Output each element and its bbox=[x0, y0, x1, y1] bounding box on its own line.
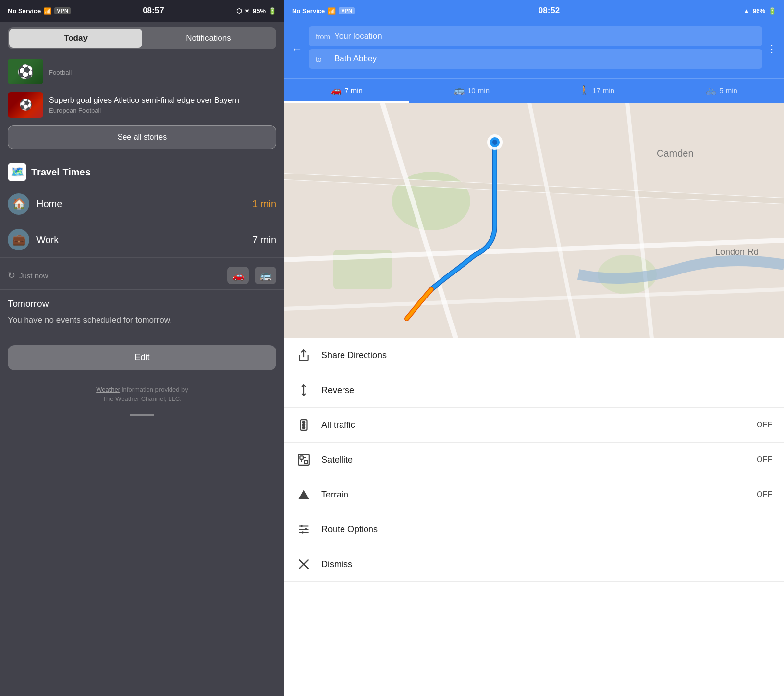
work-icon: 💼 bbox=[12, 233, 25, 246]
weather-link[interactable]: Weather bbox=[96, 386, 120, 393]
battery-left: 95% bbox=[253, 7, 266, 15]
to-label: to bbox=[316, 55, 330, 63]
tomorrow-text: You have no events scheduled for tomorro… bbox=[8, 314, 276, 326]
svg-point-20 bbox=[303, 424, 305, 426]
bike-tab-label: 5 min bbox=[719, 86, 737, 95]
news-item-atletico[interactable]: ⚽ Superb goal gives Atletico semi-final … bbox=[0, 88, 284, 122]
transport-tab-car[interactable]: 🚗 7 min bbox=[284, 79, 409, 103]
svg-point-19 bbox=[303, 421, 305, 423]
reverse-label: Reverse bbox=[321, 385, 762, 396]
svg-rect-24 bbox=[304, 460, 308, 464]
work-icon-circle: 💼 bbox=[8, 229, 29, 250]
edit-button-wrap: Edit bbox=[0, 335, 284, 380]
see-all-button[interactable]: See all stories bbox=[8, 125, 276, 149]
news-section: ⚽ Football ⚽ Superb goal gives Atletico … bbox=[0, 55, 284, 159]
transport-tab-bus[interactable]: 🚌 10 min bbox=[409, 79, 534, 103]
satellite-icon bbox=[296, 453, 312, 466]
bike-tab-icon: 🚲 bbox=[706, 85, 716, 96]
route-options-label: Route Options bbox=[321, 524, 762, 535]
satellite-label: Satellite bbox=[321, 455, 747, 465]
refresh-bar: ↻ Just now 🚗 🚌 bbox=[0, 262, 284, 290]
satellite-value: OFF bbox=[757, 455, 772, 464]
traffic-label: All traffic bbox=[321, 420, 747, 430]
route-top-row: ← from Your location to Bath Abbey ⋮ bbox=[291, 26, 777, 72]
menu-item-share[interactable]: Share Directions bbox=[284, 338, 784, 373]
battery-icon-right: 🔋 bbox=[768, 7, 776, 15]
svg-point-13 bbox=[492, 140, 497, 145]
tab-today[interactable]: Today bbox=[9, 29, 142, 48]
status-icons-right: ▲ 96% 🔋 bbox=[743, 7, 776, 15]
bus-icon-box[interactable]: 🚌 bbox=[255, 267, 276, 284]
route-from-row[interactable]: from Your location bbox=[309, 26, 762, 46]
car-icon-box[interactable]: 🚗 bbox=[227, 267, 249, 284]
refresh-icon[interactable]: ↻ bbox=[8, 270, 15, 281]
menu-item-reverse[interactable]: Reverse bbox=[284, 373, 784, 408]
more-button[interactable]: ⋮ bbox=[766, 43, 777, 55]
status-icons-left: ⬡ ✴ 95% 🔋 bbox=[236, 7, 276, 15]
travel-item-work[interactable]: 💼 Work 7 min bbox=[0, 222, 284, 258]
transport-icons: 🚗 🚌 bbox=[227, 267, 276, 284]
news-category-atletico: European Football bbox=[49, 107, 276, 114]
time-left: 08:57 bbox=[143, 6, 164, 16]
tomorrow-title: Tomorrow bbox=[8, 298, 276, 309]
travel-time-work: 7 min bbox=[252, 234, 276, 246]
status-left-info: No Service 📶 VPN bbox=[8, 7, 71, 15]
bluetooth-icon: ⬡ bbox=[236, 7, 242, 15]
map-area[interactable]: Camden London Rd bbox=[284, 103, 784, 338]
menu-item-dismiss[interactable]: Dismiss bbox=[284, 547, 784, 582]
tab-switcher: Today Notifications bbox=[8, 27, 276, 49]
transport-tabs: 🚗 7 min 🚌 10 min 🚶 17 min 🚲 5 min bbox=[284, 78, 784, 103]
svg-text:Camden: Camden bbox=[657, 148, 694, 159]
svg-point-21 bbox=[303, 426, 305, 428]
tab-notifications[interactable]: Notifications bbox=[142, 29, 275, 48]
home-icon: 🏠 bbox=[12, 198, 25, 210]
menu-item-terrain[interactable]: Terrain OFF bbox=[284, 477, 784, 512]
traffic-value: OFF bbox=[757, 421, 772, 429]
transport-tab-walk[interactable]: 🚶 17 min bbox=[534, 79, 659, 103]
svg-point-32 bbox=[305, 528, 307, 530]
travel-item-home[interactable]: 🏠 Home 1 min bbox=[0, 186, 284, 222]
tomorrow-section: Tomorrow You have no events scheduled fo… bbox=[0, 290, 284, 335]
travel-title: Travel Times bbox=[31, 167, 91, 178]
footer-text-2: information provided by bbox=[122, 386, 188, 393]
bottom-handle bbox=[0, 409, 284, 421]
menu-item-satellite[interactable]: Satellite OFF bbox=[284, 443, 784, 477]
refresh-text: Just now bbox=[19, 272, 223, 280]
travel-time-home: 1 min bbox=[252, 199, 276, 210]
to-value: Bath Abbey bbox=[334, 54, 756, 64]
vpn-badge-right: VPN bbox=[339, 7, 355, 14]
news-headline-atletico: Superb goal gives Atletico semi-final ed… bbox=[49, 96, 276, 106]
status-bar-left: No Service 📶 VPN 08:57 ⬡ ✴ 95% 🔋 bbox=[0, 0, 284, 22]
reverse-icon bbox=[296, 384, 312, 397]
terrain-icon bbox=[296, 488, 312, 501]
bus-tab-icon: 🚌 bbox=[454, 85, 465, 96]
terrain-label: Terrain bbox=[321, 490, 747, 500]
news-item-football[interactable]: ⚽ Football bbox=[0, 55, 284, 88]
handle-bar bbox=[130, 414, 154, 416]
footer-text: Weather information provided by The Weat… bbox=[0, 380, 284, 409]
route-to-row[interactable]: to Bath Abbey bbox=[309, 49, 762, 69]
news-thumb-football: ⚽ bbox=[8, 59, 43, 84]
news-thumb-atletico: ⚽ bbox=[8, 92, 43, 118]
car-tab-icon: 🚗 bbox=[331, 85, 342, 96]
car-tab-label: 7 min bbox=[344, 86, 363, 95]
bluetooth-label: ✴ bbox=[245, 7, 250, 15]
svg-text:London Rd: London Rd bbox=[715, 247, 759, 257]
location-icon-right: ▲ bbox=[743, 7, 750, 15]
edit-button[interactable]: Edit bbox=[8, 345, 276, 370]
menu-item-traffic[interactable]: All traffic OFF bbox=[284, 408, 784, 443]
transport-tab-bike[interactable]: 🚲 5 min bbox=[659, 79, 784, 103]
vpn-badge-left: VPN bbox=[54, 7, 71, 14]
menu-item-route-options[interactable]: Route Options bbox=[284, 512, 784, 547]
time-right: 08:52 bbox=[539, 6, 560, 16]
back-button[interactable]: ← bbox=[291, 42, 303, 56]
travel-section: 🗺️ Travel Times 🏠 Home 1 min 💼 Work 7 mi… bbox=[0, 159, 284, 262]
menu-list: Share Directions Reverse bbox=[284, 338, 784, 696]
svg-point-33 bbox=[302, 531, 304, 533]
left-panel: No Service 📶 VPN 08:57 ⬡ ✴ 95% 🔋 Today N… bbox=[0, 0, 284, 696]
route-fields: from Your location to Bath Abbey bbox=[309, 26, 762, 72]
travel-header: 🗺️ Travel Times bbox=[0, 163, 284, 186]
route-options-icon bbox=[296, 523, 312, 536]
share-label: Share Directions bbox=[321, 350, 762, 361]
carrier-left: No Service bbox=[8, 7, 41, 15]
